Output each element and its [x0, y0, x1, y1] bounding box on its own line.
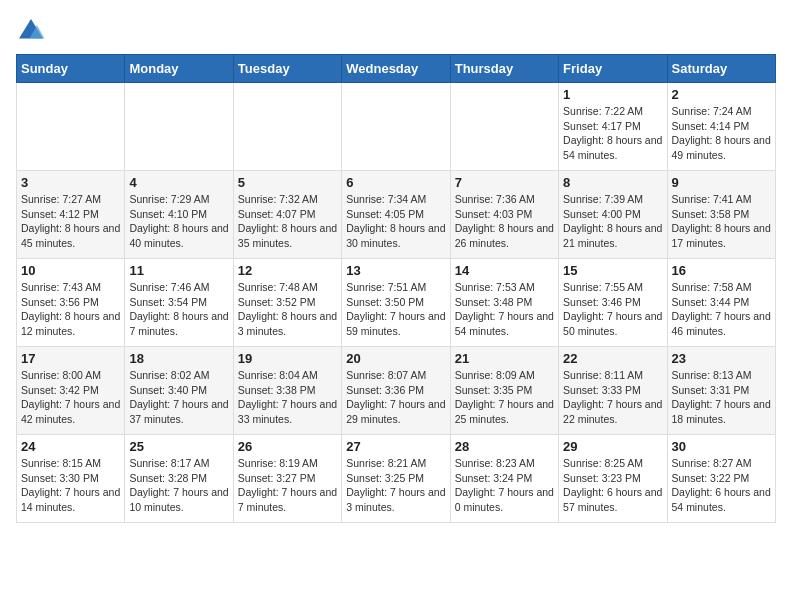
day-info: Sunrise: 7:22 AM Sunset: 4:17 PM Dayligh… — [563, 104, 662, 163]
day-number: 20 — [346, 351, 445, 366]
header-day-sunday: Sunday — [17, 55, 125, 83]
header-day-saturday: Saturday — [667, 55, 775, 83]
calendar-cell: 10Sunrise: 7:43 AM Sunset: 3:56 PM Dayli… — [17, 259, 125, 347]
calendar-cell: 14Sunrise: 7:53 AM Sunset: 3:48 PM Dayli… — [450, 259, 558, 347]
calendar-cell: 15Sunrise: 7:55 AM Sunset: 3:46 PM Dayli… — [559, 259, 667, 347]
day-info: Sunrise: 8:21 AM Sunset: 3:25 PM Dayligh… — [346, 456, 445, 515]
day-number: 14 — [455, 263, 554, 278]
header-day-thursday: Thursday — [450, 55, 558, 83]
logo-icon — [16, 16, 46, 46]
day-info: Sunrise: 8:19 AM Sunset: 3:27 PM Dayligh… — [238, 456, 337, 515]
day-number: 18 — [129, 351, 228, 366]
day-info: Sunrise: 8:00 AM Sunset: 3:42 PM Dayligh… — [21, 368, 120, 427]
day-info: Sunrise: 7:58 AM Sunset: 3:44 PM Dayligh… — [672, 280, 771, 339]
calendar-table: SundayMondayTuesdayWednesdayThursdayFrid… — [16, 54, 776, 523]
day-number: 16 — [672, 263, 771, 278]
day-number: 28 — [455, 439, 554, 454]
calendar-cell — [125, 83, 233, 171]
day-info: Sunrise: 8:02 AM Sunset: 3:40 PM Dayligh… — [129, 368, 228, 427]
day-info: Sunrise: 7:43 AM Sunset: 3:56 PM Dayligh… — [21, 280, 120, 339]
day-number: 12 — [238, 263, 337, 278]
calendar-week-1: 1Sunrise: 7:22 AM Sunset: 4:17 PM Daylig… — [17, 83, 776, 171]
day-info: Sunrise: 7:51 AM Sunset: 3:50 PM Dayligh… — [346, 280, 445, 339]
calendar-cell: 19Sunrise: 8:04 AM Sunset: 3:38 PM Dayli… — [233, 347, 341, 435]
day-number: 1 — [563, 87, 662, 102]
calendar-week-4: 17Sunrise: 8:00 AM Sunset: 3:42 PM Dayli… — [17, 347, 776, 435]
day-number: 15 — [563, 263, 662, 278]
page-header — [16, 16, 776, 46]
calendar-cell: 16Sunrise: 7:58 AM Sunset: 3:44 PM Dayli… — [667, 259, 775, 347]
day-info: Sunrise: 8:25 AM Sunset: 3:23 PM Dayligh… — [563, 456, 662, 515]
calendar-cell — [342, 83, 450, 171]
day-info: Sunrise: 8:11 AM Sunset: 3:33 PM Dayligh… — [563, 368, 662, 427]
calendar-cell: 1Sunrise: 7:22 AM Sunset: 4:17 PM Daylig… — [559, 83, 667, 171]
calendar-cell: 17Sunrise: 8:00 AM Sunset: 3:42 PM Dayli… — [17, 347, 125, 435]
day-number: 11 — [129, 263, 228, 278]
calendar-cell: 20Sunrise: 8:07 AM Sunset: 3:36 PM Dayli… — [342, 347, 450, 435]
day-info: Sunrise: 8:23 AM Sunset: 3:24 PM Dayligh… — [455, 456, 554, 515]
day-number: 2 — [672, 87, 771, 102]
day-number: 25 — [129, 439, 228, 454]
day-number: 4 — [129, 175, 228, 190]
day-info: Sunrise: 7:36 AM Sunset: 4:03 PM Dayligh… — [455, 192, 554, 251]
day-number: 19 — [238, 351, 337, 366]
day-number: 21 — [455, 351, 554, 366]
header-day-tuesday: Tuesday — [233, 55, 341, 83]
day-info: Sunrise: 7:32 AM Sunset: 4:07 PM Dayligh… — [238, 192, 337, 251]
calendar-cell: 11Sunrise: 7:46 AM Sunset: 3:54 PM Dayli… — [125, 259, 233, 347]
day-info: Sunrise: 8:27 AM Sunset: 3:22 PM Dayligh… — [672, 456, 771, 515]
day-number: 6 — [346, 175, 445, 190]
calendar-cell — [17, 83, 125, 171]
calendar-week-5: 24Sunrise: 8:15 AM Sunset: 3:30 PM Dayli… — [17, 435, 776, 523]
day-number: 5 — [238, 175, 337, 190]
day-number: 22 — [563, 351, 662, 366]
calendar-week-2: 3Sunrise: 7:27 AM Sunset: 4:12 PM Daylig… — [17, 171, 776, 259]
calendar-cell: 4Sunrise: 7:29 AM Sunset: 4:10 PM Daylig… — [125, 171, 233, 259]
day-info: Sunrise: 8:15 AM Sunset: 3:30 PM Dayligh… — [21, 456, 120, 515]
calendar-cell: 28Sunrise: 8:23 AM Sunset: 3:24 PM Dayli… — [450, 435, 558, 523]
day-number: 10 — [21, 263, 120, 278]
day-number: 29 — [563, 439, 662, 454]
day-info: Sunrise: 7:34 AM Sunset: 4:05 PM Dayligh… — [346, 192, 445, 251]
calendar-cell: 5Sunrise: 7:32 AM Sunset: 4:07 PM Daylig… — [233, 171, 341, 259]
calendar-cell — [233, 83, 341, 171]
day-info: Sunrise: 8:17 AM Sunset: 3:28 PM Dayligh… — [129, 456, 228, 515]
day-info: Sunrise: 8:13 AM Sunset: 3:31 PM Dayligh… — [672, 368, 771, 427]
calendar-cell: 30Sunrise: 8:27 AM Sunset: 3:22 PM Dayli… — [667, 435, 775, 523]
calendar-cell: 29Sunrise: 8:25 AM Sunset: 3:23 PM Dayli… — [559, 435, 667, 523]
day-number: 30 — [672, 439, 771, 454]
day-info: Sunrise: 8:04 AM Sunset: 3:38 PM Dayligh… — [238, 368, 337, 427]
header-day-wednesday: Wednesday — [342, 55, 450, 83]
calendar-cell — [450, 83, 558, 171]
day-info: Sunrise: 7:29 AM Sunset: 4:10 PM Dayligh… — [129, 192, 228, 251]
calendar-cell: 23Sunrise: 8:13 AM Sunset: 3:31 PM Dayli… — [667, 347, 775, 435]
calendar-cell: 22Sunrise: 8:11 AM Sunset: 3:33 PM Dayli… — [559, 347, 667, 435]
calendar-cell: 26Sunrise: 8:19 AM Sunset: 3:27 PM Dayli… — [233, 435, 341, 523]
calendar-cell: 27Sunrise: 8:21 AM Sunset: 3:25 PM Dayli… — [342, 435, 450, 523]
header-day-friday: Friday — [559, 55, 667, 83]
day-number: 26 — [238, 439, 337, 454]
day-info: Sunrise: 7:27 AM Sunset: 4:12 PM Dayligh… — [21, 192, 120, 251]
calendar-header-row: SundayMondayTuesdayWednesdayThursdayFrid… — [17, 55, 776, 83]
calendar-cell: 24Sunrise: 8:15 AM Sunset: 3:30 PM Dayli… — [17, 435, 125, 523]
day-number: 23 — [672, 351, 771, 366]
calendar-cell: 8Sunrise: 7:39 AM Sunset: 4:00 PM Daylig… — [559, 171, 667, 259]
calendar-cell: 2Sunrise: 7:24 AM Sunset: 4:14 PM Daylig… — [667, 83, 775, 171]
day-info: Sunrise: 7:24 AM Sunset: 4:14 PM Dayligh… — [672, 104, 771, 163]
day-number: 17 — [21, 351, 120, 366]
calendar-cell: 9Sunrise: 7:41 AM Sunset: 3:58 PM Daylig… — [667, 171, 775, 259]
day-info: Sunrise: 7:53 AM Sunset: 3:48 PM Dayligh… — [455, 280, 554, 339]
calendar-cell: 3Sunrise: 7:27 AM Sunset: 4:12 PM Daylig… — [17, 171, 125, 259]
day-number: 8 — [563, 175, 662, 190]
calendar-cell: 13Sunrise: 7:51 AM Sunset: 3:50 PM Dayli… — [342, 259, 450, 347]
day-number: 3 — [21, 175, 120, 190]
calendar-cell: 18Sunrise: 8:02 AM Sunset: 3:40 PM Dayli… — [125, 347, 233, 435]
logo — [16, 16, 50, 46]
day-info: Sunrise: 8:09 AM Sunset: 3:35 PM Dayligh… — [455, 368, 554, 427]
day-info: Sunrise: 7:55 AM Sunset: 3:46 PM Dayligh… — [563, 280, 662, 339]
day-info: Sunrise: 7:46 AM Sunset: 3:54 PM Dayligh… — [129, 280, 228, 339]
day-number: 24 — [21, 439, 120, 454]
day-info: Sunrise: 8:07 AM Sunset: 3:36 PM Dayligh… — [346, 368, 445, 427]
day-info: Sunrise: 7:41 AM Sunset: 3:58 PM Dayligh… — [672, 192, 771, 251]
calendar-cell: 6Sunrise: 7:34 AM Sunset: 4:05 PM Daylig… — [342, 171, 450, 259]
